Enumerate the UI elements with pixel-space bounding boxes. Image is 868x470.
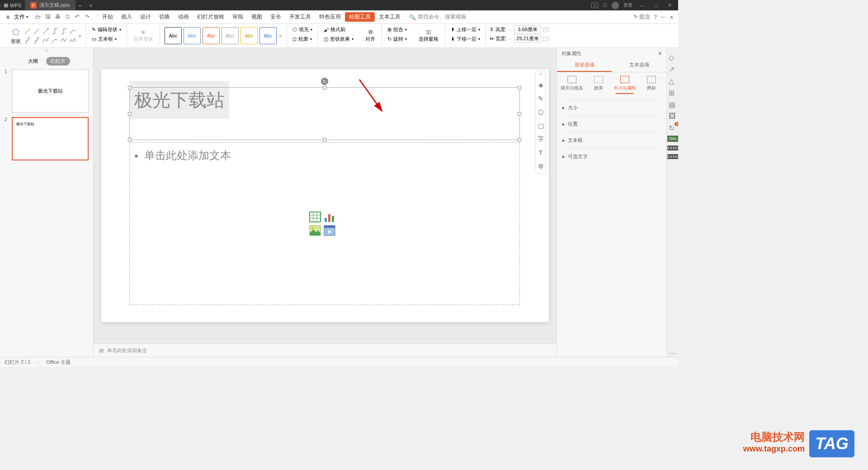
menu-featured[interactable]: 特色应用 <box>315 13 345 21</box>
rotate-handle-icon[interactable]: ↻ <box>321 78 328 85</box>
rib-shape-icon[interactable]: △ <box>669 77 677 85</box>
shape-button[interactable]: ⬠ 形状 <box>8 26 24 46</box>
float-rect-icon[interactable]: ▢ <box>535 119 546 132</box>
open-icon[interactable]: 🗁 <box>35 14 42 21</box>
menu-animation[interactable]: 动画 <box>174 13 193 21</box>
search-area[interactable]: 🔍 查找命令、搜索模板 <box>409 13 467 21</box>
title-textbox[interactable]: ↻ 极光下载站 <box>129 87 520 140</box>
subtab-size[interactable]: 大小与属性 <box>612 76 638 94</box>
arrow-shape[interactable] <box>42 27 50 35</box>
subtab-fill[interactable]: 填充与线条 <box>559 76 585 94</box>
slide-thumb-1[interactable]: 1 极光下载站 <box>5 69 89 113</box>
menu-design[interactable]: 设计 <box>136 13 155 21</box>
textbox-button[interactable]: ▭文本框▾ <box>90 35 118 43</box>
freeform-shape[interactable] <box>60 36 68 44</box>
add-tab-button[interactable]: + <box>85 2 97 9</box>
resize-handle[interactable] <box>323 86 326 89</box>
group-button[interactable]: ⊞组合▾ <box>386 25 409 34</box>
section-alt[interactable]: ▸可选文字 <box>562 148 661 164</box>
slides-tab[interactable]: 幻灯片 <box>46 57 70 66</box>
slide-thumb-2[interactable]: 2 极光下载站 <box>5 117 89 160</box>
connector-shape[interactable] <box>51 27 59 35</box>
connector-shape[interactable] <box>24 36 32 44</box>
outline-button[interactable]: ◻轮廓▾ <box>291 35 314 43</box>
resize-handle[interactable] <box>128 112 132 116</box>
resize-handle[interactable] <box>323 138 326 141</box>
resize-handle[interactable] <box>518 112 521 116</box>
hamburger-icon[interactable]: ≡ <box>5 14 11 20</box>
resize-handle[interactable] <box>128 86 132 89</box>
align-button[interactable]: ⊟ 对齐 <box>363 28 378 43</box>
style-3[interactable]: Abc <box>203 27 220 44</box>
notes-area[interactable]: ▤ 单击此处添加备注 <box>94 343 557 357</box>
save-icon[interactable]: 🖫 <box>45 14 52 21</box>
menu-text-tools[interactable]: 文本工具 <box>375 13 405 21</box>
print-icon[interactable]: 🖶 <box>55 14 62 21</box>
rib-more-icon[interactable]: ⋯ <box>669 349 677 357</box>
menu-review[interactable]: 审阅 <box>228 13 247 21</box>
style-1[interactable]: Abc <box>165 27 182 44</box>
user-avatar-icon[interactable] <box>612 2 619 9</box>
menu-security[interactable]: 安全 <box>266 13 285 21</box>
connector-shape[interactable] <box>33 36 41 44</box>
text-options-tab[interactable]: 文本选项 <box>612 59 666 72</box>
style-2[interactable]: Abc <box>184 27 201 44</box>
fill-button[interactable]: ⬠填充▾ <box>291 25 314 34</box>
bring-forward-button[interactable]: ⬆上移一层▾ <box>449 25 482 34</box>
resize-handle[interactable] <box>128 138 132 141</box>
subtab-effect[interactable]: 效果 <box>585 76 612 94</box>
style-6[interactable]: Abc <box>259 27 277 44</box>
file-menu[interactable]: 文件▾ <box>11 13 31 21</box>
minimize-button[interactable]: — <box>637 3 647 8</box>
maximize-button[interactable]: □ <box>652 3 660 8</box>
section-position[interactable]: ▸位置 <box>562 116 661 132</box>
style-4[interactable]: Abc <box>222 27 239 44</box>
scribble-shape[interactable] <box>69 36 77 44</box>
insert-chart-icon[interactable] <box>324 212 335 222</box>
document-tab[interactable]: P 演示文稿.pptx <box>25 0 75 10</box>
shape-gallery[interactable] <box>24 27 77 44</box>
edit-shape-button[interactable]: ✎编辑形状▾ <box>90 25 123 34</box>
right-panel-collapse-icon[interactable]: ‹ <box>0 4 4 10</box>
selection-pane-button[interactable]: ◫ 选择窗格 <box>416 28 441 43</box>
style-expand-icon[interactable]: ⇲ <box>278 33 283 38</box>
float-more-icon[interactable]: ⚙ <box>535 160 546 173</box>
print-preview-icon[interactable]: 🗋 <box>65 14 72 21</box>
menu-drawing-tools[interactable]: 绘图工具 <box>345 12 375 22</box>
float-text-icon[interactable]: 字 <box>535 132 546 146</box>
menu-insert[interactable]: 插入 <box>117 13 136 21</box>
outline-tab[interactable]: 大纲 <box>24 57 42 66</box>
send-backward-button[interactable]: ⬇下移一层▾ <box>449 35 482 43</box>
rib-lock-icon[interactable]: ⊞ <box>669 89 677 97</box>
line-shape[interactable] <box>33 27 41 35</box>
width-input[interactable] <box>514 34 541 42</box>
rib-notification-icon[interactable]: ↻1 <box>669 124 677 132</box>
insert-media-icon[interactable] <box>324 225 335 236</box>
rib-templates-icon[interactable]: ◇ <box>669 53 677 61</box>
menu-start[interactable]: 开始 <box>98 13 117 21</box>
float-shape-icon[interactable]: ⬠ <box>535 105 546 119</box>
curve-shape[interactable] <box>42 36 50 44</box>
insert-table-icon[interactable] <box>309 212 321 222</box>
rib-select-icon[interactable]: ↗ <box>669 65 677 73</box>
float-collapse-icon[interactable]: ▴ <box>535 71 546 78</box>
curve-shape[interactable] <box>69 27 77 35</box>
annotate-button[interactable]: ✎ 批注 <box>633 13 650 21</box>
menu-transition[interactable]: 切换 <box>155 13 174 21</box>
undo-icon[interactable]: ↶ <box>75 14 82 21</box>
menu-devtools[interactable]: 开发工具 <box>285 13 315 21</box>
insert-image-icon[interactable] <box>309 225 321 236</box>
more-icon[interactable]: ⋯ <box>660 14 666 20</box>
float-textbox-icon[interactable]: Ƭ <box>535 146 546 160</box>
section-textbox[interactable]: ▸文本框 <box>562 132 661 148</box>
section-size[interactable]: ▸大小 <box>562 99 661 116</box>
rib-image-icon[interactable]: 🖼 <box>669 112 677 120</box>
help-icon[interactable]: ? <box>654 14 657 20</box>
gallery-expand-icon[interactable]: ⇲ <box>77 33 82 38</box>
style-5[interactable]: Abc <box>241 27 258 44</box>
menu-slideshow[interactable]: 幻灯片放映 <box>193 13 228 21</box>
line-shape[interactable] <box>24 27 32 35</box>
badge-icon[interactable]: 1 <box>591 3 598 8</box>
close-panel-icon[interactable]: ✕ <box>658 51 662 56</box>
format-painter-button[interactable]: 🖌格式刷 <box>322 25 347 34</box>
